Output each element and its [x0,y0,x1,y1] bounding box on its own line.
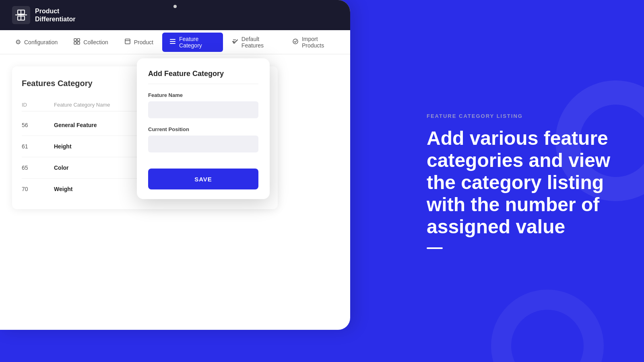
tab-configuration[interactable]: ⚙ Configuration [8,35,65,49]
svg-rect-5 [74,39,76,41]
logo-text: Product Differentiator [35,7,75,23]
tab-feature-category[interactable]: Feature Category [162,33,223,52]
nav-tabs: ⚙ Configuration Collection Produ [0,30,350,54]
cell-id-0: 56 [22,122,54,128]
svg-rect-9 [125,39,130,44]
tab-configuration-label: Configuration [24,39,58,45]
bottom-curve [137,306,270,330]
tab-import-products[interactable]: Import Products [285,33,342,52]
svg-rect-8 [77,42,80,44]
tab-product-label: Product [134,39,153,45]
import-products-icon [292,38,299,46]
dialog-title: Add Feature Category [148,70,258,84]
configuration-icon: ⚙ [15,38,21,46]
product-icon [124,38,131,46]
svg-rect-13 [170,43,175,44]
current-position-input[interactable] [148,136,258,152]
tab-default-features[interactable]: Default Features [225,33,283,52]
tab-default-features-label: Default Features [242,36,276,49]
cell-id-2: 65 [22,165,54,171]
svg-rect-6 [77,39,80,41]
cell-id-3: 70 [22,186,54,192]
feature-name-label: Feature Name [148,92,258,98]
tab-collection[interactable]: Collection [66,35,115,49]
add-feature-category-dialog: Add Feature Category Feature Name Curren… [137,58,270,199]
table-title: Features Category [22,79,93,88]
logo-icon [12,6,30,24]
card-dot [173,5,177,8]
feature-name-input[interactable] [148,101,258,118]
tab-collection-label: Collection [83,39,108,45]
svg-point-17 [293,39,298,44]
tab-product[interactable]: Product [117,35,161,49]
main-card: Product Differentiator ⚙ Configuration C… [0,0,350,330]
svg-rect-11 [170,39,175,40]
feature-category-icon [169,38,176,46]
svg-rect-12 [170,41,175,42]
right-panel-divider [427,247,443,249]
collection-icon [74,38,80,46]
default-features-icon [232,38,238,46]
svg-rect-7 [74,42,76,44]
current-position-label: Current Position [148,126,258,132]
save-button[interactable]: SAVE [148,169,258,189]
col-id-header: ID [22,102,54,108]
content-area: Features Category Add Feature Category I… [0,54,350,330]
tab-import-products-label: Import Products [302,36,335,49]
tab-feature-category-label: Feature Category [179,36,216,49]
cell-id-1: 61 [22,143,54,150]
right-panel: FEATURE CATEGORY LISTING Add various fea… [394,0,644,362]
deco-circle-2 [491,290,604,362]
